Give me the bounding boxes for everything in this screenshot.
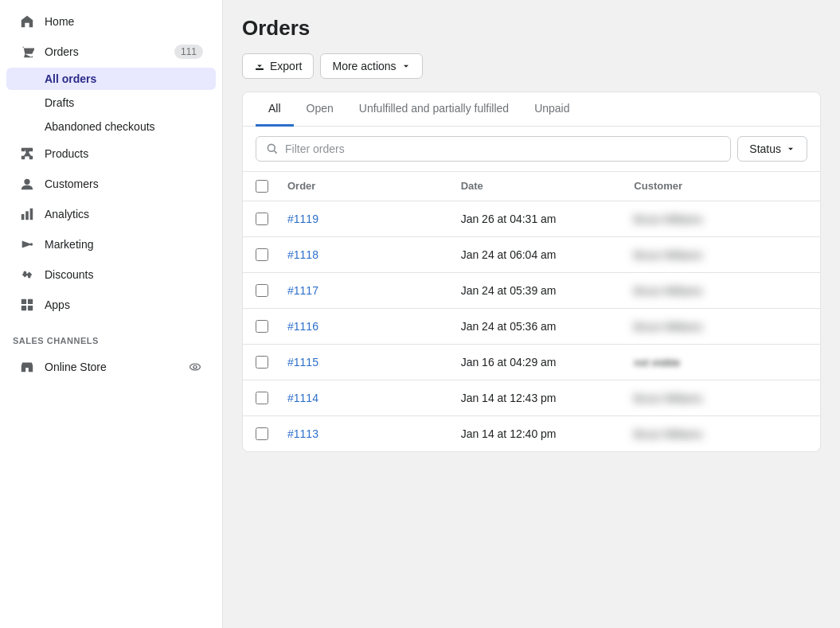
order-cell: #1117: [287, 284, 461, 297]
customer-cell: Bruce Williams: [634, 392, 807, 404]
row-checkbox[interactable]: [256, 427, 268, 440]
page-title: Orders: [242, 16, 821, 41]
sidebar-item-apps-label: Apps: [45, 298, 203, 311]
orders-badge: 111: [174, 45, 203, 59]
order-cell: #1113: [287, 427, 461, 440]
order-link[interactable]: #1116: [287, 320, 318, 333]
order-cell: #1114: [287, 392, 461, 404]
toolbar: Export More actions: [242, 53, 821, 79]
add-sales-channel-button[interactable]: [193, 333, 209, 349]
abandoned-checkouts-label: Abandoned checkouts: [45, 120, 155, 133]
orders-card: All Open Unfulfilled and partially fulfi…: [242, 92, 821, 452]
sales-channels-header: SALES CHANNELS: [0, 320, 222, 352]
row-checkbox-wrap[interactable]: [256, 427, 287, 440]
customer-cell: Bruce Williams: [634, 248, 807, 261]
sidebar-item-drafts[interactable]: Drafts: [6, 92, 216, 114]
customer-cell: Bruce Williams: [634, 427, 807, 440]
order-link[interactable]: #1114: [287, 392, 318, 404]
analytics-icon: [19, 206, 35, 222]
status-label: Status: [749, 142, 781, 155]
table-row: #1115 Jan 16 at 04:29 am not visible: [243, 345, 820, 380]
order-cell: #1118: [287, 248, 461, 261]
customer-name: Bruce Williams: [634, 213, 702, 225]
row-checkbox-wrap[interactable]: [256, 284, 287, 297]
svg-point-8: [30, 243, 33, 246]
status-filter-button[interactable]: Status: [737, 136, 807, 162]
sidebar-item-analytics[interactable]: Analytics: [6, 200, 216, 228]
order-link[interactable]: #1119: [287, 213, 318, 225]
main-content: Orders Export More actions All Open Unfu…: [223, 0, 840, 628]
order-link[interactable]: #1113: [287, 427, 318, 440]
tab-all[interactable]: All: [256, 92, 294, 127]
row-checkbox[interactable]: [256, 392, 268, 404]
tab-unpaid[interactable]: Unpaid: [522, 92, 582, 127]
order-cell: #1116: [287, 320, 461, 333]
filter-row: Status: [243, 127, 820, 172]
products-icon: [19, 146, 35, 162]
customer-cell: not visible: [634, 356, 807, 369]
row-checkbox[interactable]: [256, 320, 268, 333]
row-checkbox[interactable]: [256, 213, 268, 225]
sidebar-item-home[interactable]: Home: [6, 7, 216, 36]
svg-rect-6: [25, 211, 29, 220]
svg-point-17: [268, 144, 275, 151]
store-icon: [19, 359, 35, 375]
eye-icon[interactable]: [187, 359, 203, 375]
row-checkbox-wrap[interactable]: [256, 248, 287, 261]
svg-rect-11: [21, 299, 26, 304]
row-checkbox-wrap[interactable]: [256, 356, 287, 369]
orders-icon: [19, 44, 35, 60]
table-row: #1119 Jan 26 at 04:31 am Bruce Williams: [243, 201, 820, 237]
more-actions-label: More actions: [332, 60, 396, 72]
row-checkbox[interactable]: [256, 356, 268, 369]
customers-icon: [19, 176, 35, 192]
customer-cell: Bruce Williams: [634, 284, 807, 297]
sidebar-item-customers[interactable]: Customers: [6, 170, 216, 198]
date-cell: Jan 26 at 04:31 am: [461, 213, 635, 225]
sidebar-item-discounts[interactable]: Discounts: [6, 260, 216, 289]
sidebar-item-apps[interactable]: Apps: [6, 291, 216, 319]
column-header-order: Order: [287, 180, 461, 193]
sidebar-item-online-store[interactable]: Online Store: [6, 353, 216, 381]
all-orders-label: All orders: [45, 72, 96, 85]
svg-point-15: [190, 364, 201, 370]
select-all-checkbox[interactable]: [256, 180, 268, 193]
order-link[interactable]: #1115: [287, 356, 318, 369]
customer-name: Bruce Williams: [634, 428, 702, 440]
row-checkbox-wrap[interactable]: [256, 320, 287, 333]
row-checkbox[interactable]: [256, 248, 268, 261]
tab-open[interactable]: Open: [294, 92, 346, 127]
row-checkbox-wrap[interactable]: [256, 392, 287, 404]
order-link[interactable]: #1118: [287, 248, 318, 261]
more-actions-button[interactable]: More actions: [320, 53, 422, 79]
sidebar-item-all-orders[interactable]: All orders: [6, 68, 216, 90]
column-header-customer: Customer: [634, 180, 807, 193]
svg-point-16: [193, 365, 197, 369]
svg-rect-5: [21, 214, 25, 220]
search-box[interactable]: [256, 136, 731, 162]
sidebar-item-products[interactable]: Products: [6, 139, 216, 168]
tab-unfulfilled[interactable]: Unfulfilled and partially fulfilled: [346, 92, 522, 127]
sidebar-item-orders-label: Orders: [45, 45, 165, 58]
sidebar-item-orders[interactable]: Orders 111: [6, 37, 216, 66]
sidebar-item-abandoned-checkouts[interactable]: Abandoned checkouts: [6, 115, 216, 138]
svg-rect-0: [21, 148, 25, 152]
select-all-checkbox-wrap[interactable]: [256, 180, 287, 193]
date-cell: Jan 24 at 05:36 am: [461, 320, 635, 333]
svg-rect-13: [21, 306, 26, 310]
customer-name: Bruce Williams: [634, 321, 702, 333]
row-checkbox-wrap[interactable]: [256, 213, 287, 225]
table-row: #1114 Jan 14 at 12:43 pm Bruce Williams: [243, 380, 820, 416]
row-checkbox[interactable]: [256, 284, 268, 297]
date-cell: Jan 14 at 12:40 pm: [461, 427, 635, 440]
search-icon: [266, 142, 279, 155]
apps-icon: [19, 297, 35, 313]
home-icon: [19, 14, 35, 29]
svg-rect-2: [21, 156, 25, 160]
export-button[interactable]: Export: [242, 53, 314, 79]
order-link[interactable]: #1117: [287, 284, 318, 297]
filter-input[interactable]: [285, 142, 721, 155]
sidebar: Home Orders 111 All orders Drafts Abando…: [0, 0, 223, 628]
table-row: #1118 Jan 24 at 06:04 am Bruce Williams: [243, 237, 820, 273]
sidebar-item-marketing[interactable]: Marketing: [6, 230, 216, 259]
